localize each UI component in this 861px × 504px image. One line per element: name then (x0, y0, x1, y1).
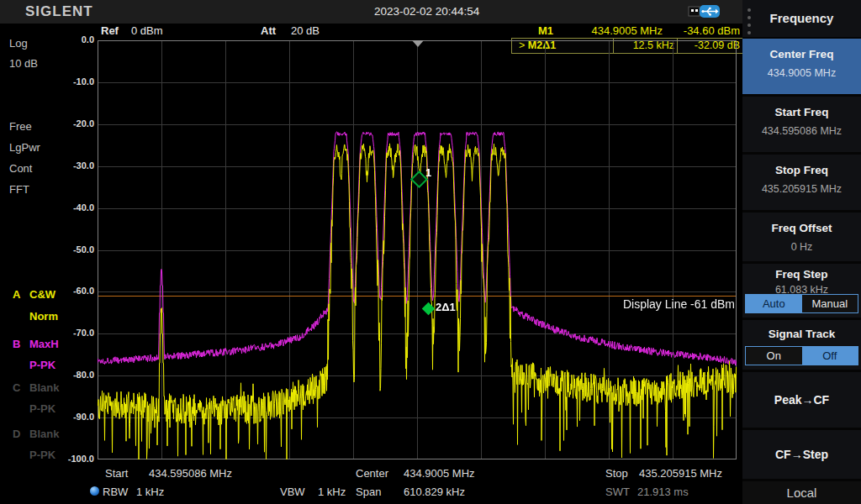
signal-track-toggle: On Off (745, 346, 858, 365)
menu-title: Frequency (742, 11, 861, 25)
signal-track-on-option[interactable]: On (746, 347, 802, 365)
center-freq-value: 434.9005 MHz (404, 467, 475, 480)
freq-step-mode-toggle: Auto Manual (745, 294, 858, 313)
y-axis-tick: 0.0 (0, 34, 94, 45)
ref-label: Ref (101, 24, 119, 37)
softkey-peak-to-cf[interactable]: Peak→CF (742, 372, 861, 428)
marker1-freq: 434.9005 MHz (555, 24, 663, 37)
y-axis-tick: -30.0 (0, 160, 94, 171)
att-value: 20 dB (291, 24, 320, 37)
y-axis-tick: -40.0 (0, 202, 94, 213)
signal-track-off-option[interactable]: Off (802, 347, 858, 365)
freq-step-manual-option[interactable]: Manual (802, 295, 858, 312)
softkey-stop-freq[interactable]: Stop Freq 435.205915 MHz (742, 155, 861, 210)
local-button[interactable]: Local (742, 481, 861, 504)
display-line-label: Display Line -61 dBm (623, 297, 735, 311)
freq-step-auto-option[interactable]: Auto (746, 295, 802, 312)
usb-device-icon (688, 3, 721, 23)
softkey-start-freq[interactable]: Start Freq 434.595086 MHz (742, 97, 861, 152)
trace-c-letter: C (13, 381, 20, 394)
marker-1-label: 1 (425, 166, 431, 179)
y-axis-tick: -90.0 (0, 412, 94, 422)
span-label: Span (356, 486, 381, 498)
datetime: 2023-02-02 20:44:54 (374, 5, 479, 18)
rbw-value: 1 kHz (136, 486, 164, 498)
softkey-menu: Frequency Center Freq 434.9005 MHz Start… (742, 0, 861, 504)
y-axis-tick: -80.0 (0, 370, 94, 380)
rbw-coupled-icon (90, 486, 99, 496)
y-axis-tick: -100.0 (0, 454, 94, 464)
vbw-label: VBW (280, 486, 305, 498)
ref-value: 0 dBm (131, 24, 163, 37)
start-freq-label: Start (105, 467, 128, 480)
menu-header: Frequency (742, 0, 861, 37)
marker-2-label: 2Δ1 (436, 301, 456, 313)
stop-freq-value: 435.205915 MHz (639, 467, 722, 480)
softkey-freq-offset[interactable]: Freq Offset 0 Hz (742, 213, 861, 261)
softkey-signal-track[interactable]: Signal Track On Off (742, 320, 861, 370)
y-axis-tick: -70.0 (0, 328, 94, 338)
trace-b-letter: B (13, 338, 20, 350)
y-axis-tick: -10.0 (0, 76, 94, 87)
span-value: 610.829 kHz (404, 486, 465, 498)
center-freq-label: Center (356, 467, 388, 480)
spectrum-canvas (98, 40, 737, 459)
swt-value: 21.913 ms (637, 486, 689, 498)
softkey-center-freq[interactable]: Center Freq 434.9005 MHz (742, 39, 861, 94)
trace-a-detector: Norm (29, 310, 58, 323)
y-axis-tick: -50.0 (0, 244, 94, 255)
amp-scale-div: 10 dB (9, 57, 38, 70)
vbw-value: 1 kHz (318, 486, 346, 498)
marker1-ampl: -34.60 dBm (666, 24, 740, 37)
spectrum-analyzer-screen: SIGLENT 2023-02-02 20:44:54 Ref 0 dBm At… (0, 0, 861, 504)
trace-d-letter: D (13, 428, 20, 440)
y-axis-tick: -60.0 (0, 286, 94, 296)
stop-freq-label: Stop (605, 467, 628, 480)
softkey-cf-to-step[interactable]: CF→Step (742, 430, 861, 479)
brand-logo: SIGLENT (25, 3, 93, 20)
rbw-label: RBW (103, 486, 128, 498)
preamp-lgpwr: LgPwr (9, 141, 40, 154)
trace-c-mode: Blank (29, 381, 59, 394)
trace-d-mode: Blank (29, 428, 59, 440)
start-freq-value: 434.595086 MHz (149, 467, 232, 480)
header-bar: SIGLENT 2023-02-02 20:44:54 (0, 0, 742, 24)
graticule (98, 40, 737, 459)
marker1-name: M1 (538, 24, 553, 37)
swt-label: SWT (605, 486, 630, 498)
att-label: Att (261, 24, 276, 37)
softkey-freq-step[interactable]: Freq Step 61.083 kHz Auto Manual (742, 264, 861, 318)
y-axis-tick: -20.0 (0, 118, 94, 129)
trace-b-mode: MaxH (29, 338, 59, 350)
sweep-fft: FFT (9, 183, 29, 196)
center-freq-triangle-icon (412, 40, 424, 47)
